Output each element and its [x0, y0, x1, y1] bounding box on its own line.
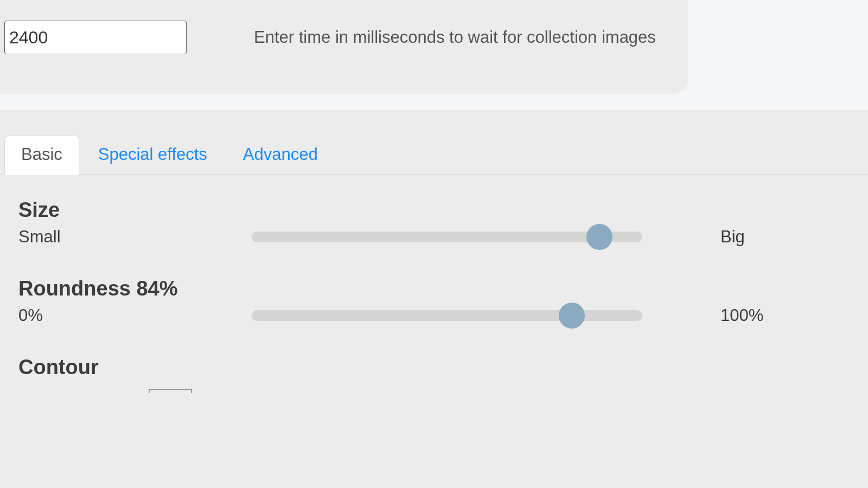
collection-wait-time-input[interactable] [4, 21, 187, 54]
tab-basic[interactable]: Basic [4, 136, 79, 174]
appearance-settings-panel: Basic Special effects Advanced Size Smal… [0, 111, 868, 488]
contour-setting: Contour [18, 356, 850, 393]
time-input-row: Enter time in milliseconds to wait for c… [4, 0, 688, 54]
roundness-setting: Roundness 84% 0% 100% [18, 277, 850, 325]
size-slider-track [252, 232, 642, 242]
contour-heading: Contour [18, 356, 850, 379]
size-slider-thumb[interactable] [586, 224, 612, 250]
size-max-label: Big [720, 227, 745, 247]
size-heading: Size [18, 198, 850, 222]
size-slider-row: Small Big [18, 227, 850, 247]
collection-wait-time-hint: Enter time in milliseconds to wait for c… [254, 28, 656, 47]
settings-tabs: Basic Special effects Advanced [0, 136, 868, 175]
roundness-slider[interactable] [252, 310, 642, 321]
size-setting: Size Small Big [18, 198, 850, 247]
tab-advanced[interactable]: Advanced [226, 136, 335, 174]
roundness-slider-thumb[interactable] [559, 303, 585, 329]
tab-special-effects[interactable]: Special effects [81, 136, 224, 174]
basic-tab-content: Size Small Big Roundness 84% 0% 100% [0, 175, 868, 393]
top-settings-panel: Enter time in milliseconds to wait for c… [0, 0, 688, 94]
roundness-max-label: 100% [720, 306, 763, 325]
panel-divider [0, 94, 868, 111]
roundness-heading: Roundness 84% [18, 277, 850, 300]
roundness-min-label: 0% [18, 306, 252, 325]
size-min-label: Small [18, 227, 252, 247]
contour-input-partial[interactable] [149, 389, 192, 393]
size-slider[interactable] [252, 232, 642, 242]
roundness-slider-row: 0% 100% [18, 306, 850, 325]
